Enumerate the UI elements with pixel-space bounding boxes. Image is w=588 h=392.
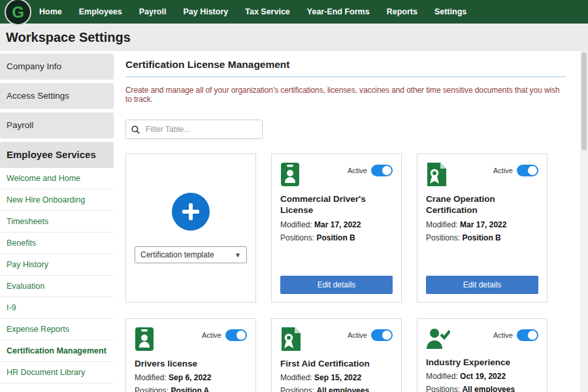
sidebar-links: Welcome and Home New Hire Onboarding Tim… [0,168,119,384]
modified-date: Mar 17, 2022 [460,220,506,229]
certificate-icon [280,327,301,351]
certificate-icon [426,162,447,187]
add-certification-card: Certification template ▼ [125,154,256,302]
sidebar-link-certification-management[interactable]: Certification Management [0,340,114,362]
certification-management-panel: Certification License Management Create … [119,51,580,392]
modified-line: Modified: Mar 17, 2022 [280,220,393,229]
section-description: Create and manage all of your organizati… [125,86,566,104]
search-icon [131,125,140,134]
sidebar-link-hr-document-library[interactable]: HR Document Library [0,362,114,384]
positions-value: Position A [171,386,209,392]
nav-item-home[interactable]: Home [39,7,62,16]
filter-table-field [125,120,263,139]
positions-line: Positions: All employees [280,386,393,392]
modified-date: Oct 19, 2022 [460,372,506,381]
active-label: Active [493,167,513,174]
active-label: Active [348,167,367,174]
chevron-down-icon: ▼ [235,252,241,259]
sidebar-item-company-info[interactable]: Company Info [0,54,114,80]
certification-title: Crane Operation Certification [426,193,538,216]
active-toggle[interactable] [371,329,393,341]
scrollbar-thumb[interactable] [581,52,587,150]
positions-value: Position B [462,233,500,242]
sidebar-section-employee-services[interactable]: Employee Services [0,142,114,168]
modified-label: Modified: [426,220,458,229]
certification-card: Active Industry Experience Modified: Oct… [417,318,547,392]
sidebar-link-i9[interactable]: I-9 [0,297,114,319]
greenshades-logo[interactable]: G [5,0,31,25]
positions-label: Positions: [280,386,314,392]
active-label: Active [493,331,513,339]
positions-label: Positions: [426,233,460,242]
modified-date: Sep 6, 2022 [169,373,211,382]
sidebar-link-new-hire-onboarding[interactable]: New Hire Onboarding [0,189,114,211]
person-check-icon [426,327,450,350]
logo-letter: G [12,5,24,20]
certification-card: Active First Aid Certification Modified:… [271,318,402,392]
sidebar-link-welcome-and-home[interactable]: Welcome and Home [0,168,114,189]
section-heading: Certification License Management [125,59,566,77]
nav-item-pay-history[interactable]: Pay History [183,7,228,16]
modified-label: Modified: [280,220,312,229]
positions-label: Positions: [135,386,169,392]
edit-details-button[interactable]: Edit details [280,276,393,294]
sidebar-link-pay-history[interactable]: Pay History [0,254,114,276]
positions-line: Positions: Position B [426,233,538,242]
nav-item-reports[interactable]: Reports [387,7,417,16]
nav-item-year-end-forms[interactable]: Year-End Forms [307,7,370,16]
positions-line: Positions: Position B [280,233,393,242]
page-title: Workspace Settings [6,30,131,45]
certification-title: Industry Experience [426,357,538,368]
modified-label: Modified: [280,373,312,382]
sidebar-link-benefits[interactable]: Benefits [0,233,114,254]
modified-label: Modified: [135,373,167,382]
active-label: Active [202,331,221,339]
certification-cards-grid: Certification template ▼ Active Commerci… [125,154,566,392]
modified-date: Mar 17, 2022 [314,220,361,229]
positions-value: All employees [462,385,515,392]
modified-label: Modified: [426,372,458,381]
page-title-bar: Workspace Settings [0,24,588,51]
id-card-icon [280,162,300,187]
nav-item-tax-service[interactable]: Tax Service [245,7,290,16]
active-toggle[interactable] [225,329,247,341]
edit-details-button[interactable]: Edit details [426,276,538,294]
modified-line: Modified: Sep 6, 2022 [135,373,247,382]
active-label: Active [348,331,367,339]
active-toggle[interactable] [371,165,393,176]
certification-title: Drivers license [135,358,247,369]
settings-sidebar: Company Info Access Settings Payroll Emp… [0,51,119,392]
positions-line: Positions: Position A [135,386,247,392]
certification-card: Active Drivers license Modified: Sep 6, … [125,318,256,392]
positions-label: Positions: [280,233,314,242]
sidebar-item-access-settings[interactable]: Access Settings [0,83,114,109]
active-toggle[interactable] [517,329,538,341]
nav-item-employees[interactable]: Employees [79,7,122,16]
sidebar-link-expense-reports[interactable]: Expense Reports [0,319,114,340]
certification-card: Active Crane Operation Certification Mod… [417,154,547,302]
add-certification-button[interactable] [172,193,210,231]
modified-date: Sep 15, 2022 [314,373,361,382]
positions-line: Positions: All employees [426,385,538,392]
active-toggle[interactable] [517,165,538,176]
positions-value: Position B [316,233,355,242]
modified-line: Modified: Sep 15, 2022 [280,373,393,382]
sidebar-item-payroll[interactable]: Payroll [0,112,114,139]
filter-table-input[interactable] [144,124,257,135]
vertical-scrollbar[interactable] [580,51,588,392]
nav-item-settings[interactable]: Settings [434,7,466,16]
positions-value: All employees [316,386,369,392]
top-nav: G Home Employees Payroll Pay History Tax… [0,0,588,24]
modified-line: Modified: Oct 19, 2022 [426,372,538,381]
sidebar-link-timesheets[interactable]: Timesheets [0,211,114,233]
template-select-value: Certification template [140,250,214,259]
modified-line: Modified: Mar 17, 2022 [426,220,538,229]
nav-item-payroll[interactable]: Payroll [139,7,167,16]
certification-title: Commercial Driver's License [280,193,393,216]
sidebar-link-evaluation[interactable]: Evaluation [0,276,114,297]
certification-template-select[interactable]: Certification template ▼ [135,246,247,263]
certification-card: Active Commercial Driver's License Modif… [271,154,402,302]
content-area: Company Info Access Settings Payroll Emp… [0,51,588,392]
positions-label: Positions: [426,385,460,392]
id-card-icon [135,327,154,351]
